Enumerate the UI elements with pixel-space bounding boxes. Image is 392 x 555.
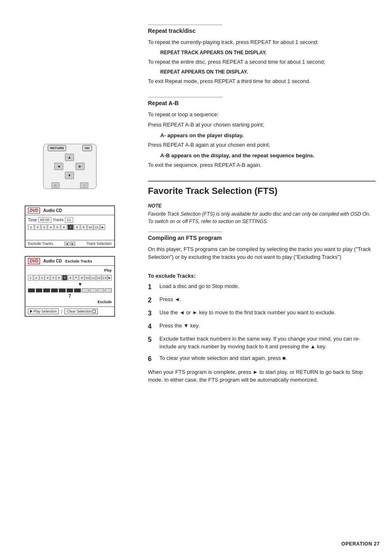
dpad-right[interactable]: ► (76, 163, 85, 170)
left-column: RETURN OK ▲ ◄ ► ▼ (0, 12, 140, 543)
track-10[interactable]: 10 (87, 224, 93, 230)
prog-7 (74, 288, 81, 292)
exclude-tracks-title: To exclude Tracks: (148, 273, 376, 279)
fts-note: NOTE Favorite Track Selection (FTS) is o… (148, 202, 376, 225)
step-1: 1 Load a disc and go to Stop mode. (148, 282, 376, 292)
s2-track-10[interactable]: 9 (79, 275, 84, 281)
s2-track-9[interactable]: ✗ (74, 275, 79, 281)
step-6: 6 To clear your whole selection and star… (148, 354, 376, 364)
prog-9 (90, 288, 97, 292)
exclude-steps-list: 1 Load a disc and go to Stop mode. 2 Pre… (148, 282, 376, 364)
s2-track-6[interactable]: 6 (56, 275, 62, 281)
s2-track-2[interactable]: 2 (34, 275, 39, 281)
number-indicator: 7 (28, 294, 112, 298)
dvd-header-text-1: Audio CD (43, 208, 62, 213)
repeat-track-title: Repeat track/disc (148, 28, 376, 34)
dpad-empty-tl (54, 154, 64, 162)
dvd-logo-2: DVD (28, 258, 40, 264)
return-button[interactable]: RETURN (48, 145, 66, 151)
play-selection-label: Play Selection (33, 309, 57, 313)
footer-right-arrow[interactable]: ► (70, 242, 75, 246)
play-label: Play (104, 268, 112, 272)
step-3-text: Use the ◄ or ► key to move to the first … (159, 309, 376, 318)
prog-row-1 (28, 288, 112, 292)
separator: | (61, 309, 62, 313)
repeat-track-indent1: REPEAT TRACK appears on the display. (160, 49, 376, 56)
section-divider-3 (148, 232, 222, 232)
s2-track-next[interactable]: ► (108, 275, 112, 281)
repeat-ab-section: Repeat A-B To repeat or loop a sequence:… (148, 97, 376, 169)
dvd-screen-2: DVD Audio CD Exclude Tracks Play 1 2 3 4… (25, 256, 115, 317)
exclude-label-row: Exclude (28, 299, 112, 305)
bottom-btn-right[interactable]: ♪ (80, 182, 88, 188)
dpad: ▲ ◄ ► ▼ (54, 154, 85, 180)
repeat-ab-para3: To exit the sequence, press REPEAT A-B a… (148, 161, 376, 169)
right-column: Repeat track/disc To repeat the currentl… (140, 12, 392, 543)
prog-4 (51, 288, 58, 292)
track-1[interactable]: 1 (28, 224, 34, 230)
s2-track-13[interactable]: 12 (96, 275, 101, 281)
exclude-tracks-closing: When your FTS program is complete, press… (148, 368, 376, 384)
repeat-track-para1: To repeat the currently-playing track, p… (148, 38, 376, 46)
track-4[interactable]: 4 (48, 224, 54, 230)
page-footer: OPERATION 27 (341, 541, 380, 547)
track-numbers-1: 1 2 3 4 5 6 7 8 9 10 11 ► (28, 224, 112, 230)
dpad-empty-br (76, 172, 85, 180)
track-7[interactable]: 7 (67, 224, 74, 230)
compiling-intro: On this player, FTS programs can be comp… (148, 245, 376, 261)
bottom-btn-left[interactable]: ▭ (51, 182, 60, 188)
track-8[interactable]: 8 (74, 224, 80, 230)
note-label: NOTE (148, 202, 376, 210)
dpad-up[interactable]: ▲ (65, 154, 74, 161)
s2-track-4[interactable]: 4 (45, 275, 50, 281)
track-next-arrow[interactable]: ► (100, 224, 105, 230)
dvd-footer-2: Play Selection | Clear Selection (25, 306, 114, 316)
progress-bars (28, 288, 112, 292)
track-2[interactable]: 2 (35, 224, 41, 230)
play-selection-button[interactable]: Play Selection (28, 309, 59, 314)
fts-section: Favorite Track Selection (FTS) NOTE Favo… (148, 181, 376, 384)
down-arrow-indicator: ▼ (48, 281, 112, 287)
prog-5 (59, 288, 66, 292)
footer-arrows: ◄ ► (65, 242, 75, 246)
s2-track-14[interactable]: 13 (102, 275, 107, 281)
dpad-down[interactable]: ▼ (65, 172, 74, 179)
track-3[interactable]: 3 (41, 224, 47, 230)
ok-button[interactable]: OK (82, 145, 92, 151)
prog-2 (36, 288, 43, 292)
step-4: 4 Press the ▼ key. (148, 322, 376, 332)
track-9[interactable]: 9 (81, 224, 87, 230)
s2-track-5[interactable]: 5 (51, 275, 56, 281)
track-5[interactable]: 5 (54, 224, 60, 230)
dpad-empty-bl (54, 172, 64, 180)
clear-selection-button[interactable]: Clear Selection (65, 309, 98, 314)
prog-1 (28, 288, 35, 292)
clear-selection-label: Clear Selection (67, 309, 92, 313)
step-4-text: Press the ▼ key. (159, 322, 376, 332)
note-text: Favorite Track Selection (FTS) is only a… (148, 210, 376, 225)
track-selection-label: Track Selection (86, 242, 112, 246)
s2-track-1[interactable]: 1 (28, 275, 33, 281)
s2-track-8[interactable]: 8 (68, 275, 73, 281)
s2-track-11[interactable]: 10 (85, 275, 90, 281)
prog-10 (97, 288, 104, 292)
step-6-num: 6 (148, 354, 159, 364)
step-3-num: 3 (148, 309, 159, 318)
s2-track-12[interactable]: 11 (90, 275, 96, 281)
dpad-empty-tr (76, 154, 85, 162)
exclude-tracks-label: Exclude Tracks (28, 242, 53, 246)
s2-track-7[interactable]: 7 (62, 275, 67, 281)
repeat-ab-indent2: A-B appears on the display, and the repe… (160, 152, 376, 160)
step-1-text: Load a disc and go to Stop mode. (159, 282, 376, 292)
dvd-header-2: DVD Audio CD Exclude Tracks (25, 257, 114, 266)
repeat-ab-title: Repeat A-B (148, 100, 376, 106)
dvd-footer-1: Exclude Tracks ◄ ► Track Selection (25, 240, 114, 247)
s2-track-3[interactable]: 3 (39, 275, 45, 281)
track-6[interactable]: 6 (61, 224, 67, 230)
footer-left-arrow[interactable]: ◄ (65, 242, 69, 246)
track-11[interactable]: 11 (94, 224, 100, 230)
repeat-ab-para1: Press REPEAT A-B at your chosen starting… (148, 121, 376, 129)
dpad-left[interactable]: ◄ (54, 163, 63, 170)
step-5: 5 Exclude further track numbers in the s… (148, 335, 376, 351)
track-numbers-2: 1 2 3 4 5 6 7 8 ✗ 9 10 11 12 13 ► (28, 275, 112, 281)
